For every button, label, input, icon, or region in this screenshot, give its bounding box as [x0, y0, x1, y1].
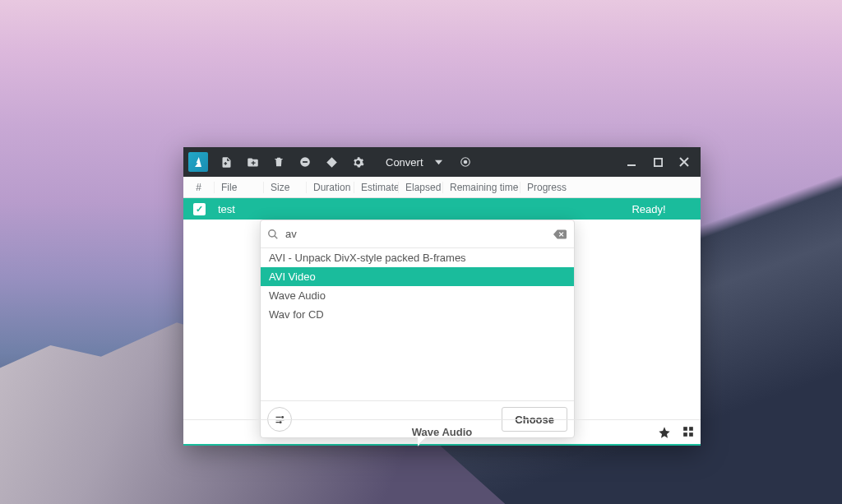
favorite-button[interactable]	[658, 426, 671, 439]
grid-icon	[682, 426, 694, 437]
list-item[interactable]: AVI Video	[261, 267, 574, 286]
close-button[interactable]	[673, 150, 696, 173]
diamond-icon	[326, 156, 338, 169]
trash-icon	[273, 156, 285, 168]
svg-rect-4	[627, 164, 636, 166]
app-icon	[188, 152, 208, 172]
close-icon	[679, 157, 689, 167]
list-item[interactable]: Wave Audio	[261, 286, 574, 305]
col-num[interactable]: #	[183, 182, 215, 193]
search-input[interactable]	[285, 228, 546, 240]
col-duration[interactable]: Duration	[307, 182, 354, 193]
col-size[interactable]: Size	[264, 182, 307, 193]
titlebar: Convert	[183, 147, 701, 177]
svg-point-3	[463, 160, 467, 164]
table-row[interactable]: ✓ test Ready!	[183, 198, 701, 220]
clear-button[interactable]	[294, 150, 317, 173]
file-plus-icon	[220, 156, 233, 169]
record-icon	[460, 156, 471, 168]
clear-search-button[interactable]	[553, 227, 567, 242]
svg-rect-1	[303, 161, 308, 163]
minimize-button[interactable]	[620, 150, 643, 173]
svg-line-7	[275, 235, 278, 238]
add-file-button[interactable]	[215, 150, 238, 173]
svg-rect-10	[683, 427, 687, 431]
add-folder-button[interactable]	[241, 150, 264, 173]
svg-rect-13	[689, 432, 693, 437]
convert-dropdown[interactable]: Convert	[376, 150, 451, 173]
bottom-bar[interactable]: Wave Audio	[183, 419, 701, 444]
svg-point-6	[269, 229, 275, 236]
record-button[interactable]	[454, 150, 477, 173]
bottom-right-icons	[658, 426, 694, 439]
minimize-icon	[627, 157, 636, 167]
app-window: Convert # File Size Duration Estimate El…	[183, 147, 701, 446]
svg-rect-5	[654, 158, 661, 165]
remove-button[interactable]	[267, 150, 290, 173]
col-estimate[interactable]: Estimate	[354, 182, 399, 193]
backspace-icon	[553, 229, 567, 239]
search-icon	[267, 229, 279, 240]
formats-button[interactable]	[320, 150, 343, 173]
col-remaining[interactable]: Remaining time	[443, 182, 520, 193]
chevron-down-icon	[435, 159, 442, 166]
remove-circle-icon	[299, 156, 311, 168]
star-icon	[658, 426, 671, 439]
presets-button[interactable]	[682, 426, 694, 439]
current-format-label: Wave Audio	[412, 426, 472, 438]
settings-button[interactable]	[346, 150, 369, 173]
gear-icon	[352, 156, 364, 169]
progress-indicator	[183, 444, 701, 446]
row-checkbox[interactable]: ✓	[183, 203, 215, 215]
col-progress[interactable]: Progress	[520, 182, 701, 193]
list-item[interactable]: AVI - Unpack DivX-style packed B-frames	[261, 248, 574, 267]
format-list: AVI - Unpack DivX-style packed B-frames …	[261, 248, 574, 401]
svg-point-8	[281, 415, 284, 418]
format-popover: AVI - Unpack DivX-style packed B-frames …	[260, 220, 575, 438]
maximize-icon	[654, 158, 663, 167]
list-item[interactable]: Wav for CD	[261, 305, 574, 324]
search-row	[261, 220, 574, 248]
row-status: Ready!	[597, 203, 701, 215]
convert-label: Convert	[386, 156, 423, 169]
main-area: AVI - Unpack DivX-style packed B-frames …	[183, 220, 701, 419]
column-headers: # File Size Duration Estimate Elapsed t …	[183, 177, 701, 198]
col-elapsed[interactable]: Elapsed t	[399, 182, 443, 193]
col-file[interactable]: File	[215, 182, 264, 193]
row-file: test	[215, 203, 597, 215]
maximize-button[interactable]	[646, 150, 669, 173]
svg-rect-11	[689, 427, 693, 431]
svg-rect-12	[683, 432, 687, 437]
folder-plus-icon	[247, 156, 259, 169]
